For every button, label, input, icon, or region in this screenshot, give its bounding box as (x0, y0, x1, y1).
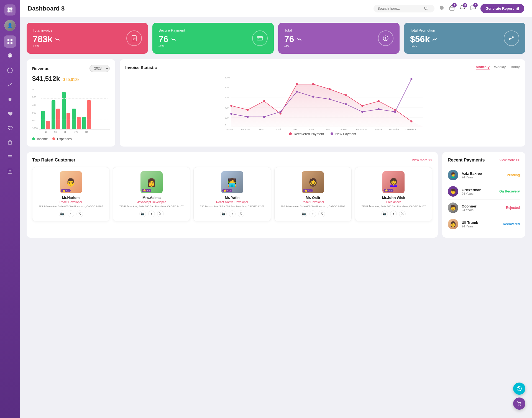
sidebar-item-dashboard[interactable] (4, 35, 16, 48)
cart-float-btn[interactable] (513, 398, 525, 410)
sidebar-item-print[interactable] (4, 136, 16, 148)
customer-social-2: 📷 f 𝕏 (116, 211, 187, 217)
payment-avatar-1: 👨‍🦱 (448, 170, 458, 180)
svg-rect-12 (9, 140, 11, 141)
expense-bar (87, 100, 91, 129)
payment-icon (252, 30, 268, 46)
instagram-icon-5[interactable]: 📷 (381, 211, 388, 217)
tab-monthly[interactable]: Monthly (476, 65, 490, 70)
sidebar-item-settings[interactable] (4, 50, 16, 62)
search-icon (424, 6, 428, 11)
svg-rect-1 (10, 7, 12, 10)
svg-rect-25 (516, 8, 516, 10)
legend-new-payment: New Payment (331, 132, 356, 136)
stat-card-invoice: Total invoice 783k +4% (27, 23, 148, 54)
instagram-icon-3[interactable]: 📷 (220, 211, 227, 217)
instagram-icon-4[interactable]: 📷 (301, 211, 307, 217)
expense-bar (56, 109, 60, 129)
svg-point-66 (280, 111, 282, 113)
svg-point-90 (520, 405, 521, 406)
svg-point-74 (410, 78, 412, 80)
svg-text:May: May (293, 129, 297, 130)
payments-view-more[interactable]: View more >> (499, 158, 520, 162)
twitter-icon-4[interactable]: 𝕏 (318, 211, 325, 217)
svg-point-52 (247, 109, 249, 111)
svg-point-67 (296, 91, 298, 93)
sidebar-item-heart[interactable] (4, 107, 16, 120)
twitter-icon-5[interactable]: 𝕏 (399, 211, 406, 217)
svg-rect-13 (8, 155, 12, 156)
bell-badge-count: 12 (463, 3, 467, 7)
bar-x-labels: 06 07 08 09 10 (39, 130, 110, 135)
svg-text:September: September (356, 129, 367, 130)
invoice-icon (126, 30, 142, 46)
svg-point-68 (312, 96, 314, 98)
svg-point-62 (410, 120, 412, 122)
gift-icon-badge[interactable]: 2 (449, 5, 455, 12)
facebook-icon-2[interactable]: f (148, 211, 155, 217)
payment-avatar-4: 👩 (448, 219, 458, 229)
svg-rect-5 (11, 39, 12, 41)
twitter-icon-2[interactable]: 𝕏 (157, 211, 164, 217)
svg-rect-0 (7, 7, 10, 10)
year-select[interactable]: 2023 2022 2021 (89, 65, 110, 72)
customers-header: Top Rated Customer View more >> (32, 158, 432, 163)
payment-info-3: Oconner 24 Years (462, 204, 503, 212)
svg-point-55 (296, 83, 298, 85)
svg-text:January: January (225, 129, 234, 130)
customers-view-more[interactable]: View more >> (412, 158, 432, 162)
sidebar-item-menu[interactable] (4, 151, 16, 163)
tab-today[interactable]: Today (510, 65, 520, 70)
customer-card-1: 👨 ⭐ 4.2 Mr.Hariom React Developer 795 Fo… (32, 167, 109, 221)
rating-badge-5: ⭐ 4.2 (383, 189, 393, 192)
sidebar-logo (4, 4, 16, 16)
facebook-icon-1[interactable]: f (68, 211, 74, 217)
chat-badge-count: 5 (473, 3, 478, 7)
main-content: Dashboard 8 (20, 0, 532, 418)
invoice-tabs: Monthly Weekly Today (476, 65, 520, 70)
sidebar-item-favorites[interactable] (4, 93, 16, 105)
dark-mode-toggle[interactable] (439, 5, 444, 12)
revenue-chart-card: Revenue 2023 2022 2021 $41,512k $25,612k… (27, 59, 115, 147)
bar-group-06 (41, 111, 50, 129)
facebook-icon-3[interactable]: f (229, 211, 236, 217)
support-float-btn[interactable] (513, 383, 525, 395)
svg-point-72 (378, 108, 380, 110)
payment-status-4: Recovered (503, 222, 520, 226)
body-content: Total invoice 783k +4% (20, 17, 532, 243)
bell-icon-badge[interactable]: 12 (459, 5, 466, 12)
svg-point-56 (312, 83, 314, 85)
instagram-icon-1[interactable]: 📷 (59, 211, 65, 217)
facebook-icon-4[interactable]: f (310, 211, 316, 217)
expense-bar (66, 113, 70, 129)
income-bar (62, 92, 66, 129)
search-input[interactable] (377, 6, 422, 11)
twitter-icon-3[interactable]: 𝕏 (238, 211, 244, 217)
bar-chart-grid (39, 85, 110, 130)
customers-card: Top Rated Customer View more >> 👨 ⭐ 4.2 … (27, 152, 438, 238)
bar-group-09 (72, 109, 81, 129)
sidebar-item-analytics[interactable] (4, 79, 16, 91)
promotion-icon (504, 30, 519, 46)
customer-avatar-5: 👩‍🦱 ⭐ 4.2 (382, 171, 405, 193)
chat-icon-badge[interactable]: 5 (470, 5, 476, 12)
facebook-icon-5[interactable]: f (390, 211, 397, 217)
payment-status-3: Rejected (506, 206, 520, 210)
rating-badge-2: ⭐ 4.2 (142, 189, 152, 192)
svg-rect-27 (518, 7, 519, 10)
customer-card-4: 🧔 ⭐ 4.2 Mr. Osib React Developer 795 Fol… (274, 167, 352, 221)
customer-card-5: 👩‍🦱 ⭐ 4.2 Mr.John Wick Freelancer 795 Fo… (355, 167, 432, 221)
tab-weekly[interactable]: Weekly (494, 65, 506, 70)
instagram-icon-2[interactable]: 📷 (139, 211, 146, 217)
sidebar-item-reports[interactable] (4, 165, 16, 177)
rating-badge-3: ⭐ 4.2 (222, 189, 232, 192)
trend-up-icon (432, 37, 438, 42)
generate-report-button[interactable]: Generate Report (480, 4, 524, 13)
svg-text:800: 800 (225, 86, 229, 89)
twitter-icon-1[interactable]: 𝕏 (76, 211, 83, 217)
sidebar-item-info[interactable]: i (4, 64, 16, 76)
sidebar-item-heart2[interactable] (4, 122, 16, 134)
customer-social-5: 📷 f 𝕏 (358, 211, 429, 217)
customer-avatar-1: 👨 ⭐ 4.2 (60, 171, 82, 193)
svg-text:August: August (341, 129, 348, 130)
